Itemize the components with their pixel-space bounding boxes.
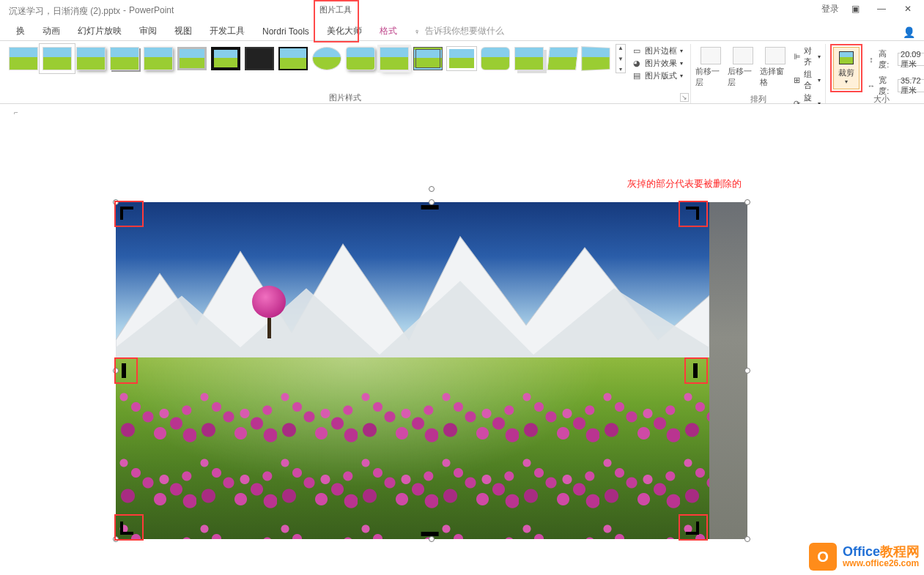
style-thumb[interactable] [413,47,443,70]
lightbulb-icon: ♀ [412,26,422,37]
selection-handle[interactable] [429,199,435,205]
group-arrange: 前移一层 后移一层 选择窗格 ⊫对齐▾ ⊞组合▾ ⟳旋转▾ 排列 [690,44,825,103]
title-bar: 沉迷学习，日渐消瘦 (2).pptx - PowerPoint 图片工具 登录 … [0,0,924,22]
tab-slideshow[interactable]: 幻灯片放映 [70,22,129,40]
selection-handle[interactable] [113,368,119,374]
picture-border-button[interactable]: ▭图片边框▾ [632,45,683,56]
ribbon: ▲▼▾ ▭图片边框▾ ◕图片效果▾ ▤图片版式▾ 图片样式 ↘ 前移一层 后移一… [0,41,924,104]
layout-icon: ▤ [632,71,642,81]
slide-canvas[interactable]: ⌐ 灰掉的部分代表要被删除的 [0,104,924,573]
height-icon: ↕ [867,54,876,64]
style-thumb[interactable] [346,47,375,70]
picture-effects-button[interactable]: ◕图片效果▾ [632,58,683,69]
selection-pane-button[interactable]: 选择窗格 [760,45,791,89]
style-thumb[interactable] [9,47,38,70]
crop-icon [839,51,854,64]
style-thumb[interactable] [245,47,274,70]
picture-layout-button[interactable]: ▤图片版式▾ [632,70,683,81]
gallery-expand-button[interactable]: ▲▼▾ [616,44,626,73]
contextual-tab-label: 图片工具 [314,0,358,19]
group-label: 大小 [873,94,890,105]
crop-handle-tl[interactable] [120,207,133,220]
style-thumb[interactable] [76,47,106,70]
group-label: 排列 [750,94,766,105]
annotation-text: 灰掉的部分代表要被删除的 [627,177,742,190]
close-icon[interactable]: ✕ [898,1,918,16]
style-thumb[interactable] [481,47,510,70]
ribbon-display-options-icon[interactable]: ▣ [845,1,865,16]
crop-handle-ml[interactable] [122,363,126,378]
window-title: 沉迷学习，日渐消瘦 (2).pptx - PowerPoint [0,5,174,18]
login-link[interactable]: 登录 [821,3,839,15]
selection-handle[interactable] [113,199,119,205]
minimize-icon[interactable]: — [871,1,892,16]
selection-handle[interactable] [744,199,750,205]
tab-animation[interactable]: 动画 [35,22,67,40]
rotation-handle[interactable] [429,186,435,192]
style-thumb[interactable] [447,47,476,70]
tab-review[interactable]: 审阅 [132,22,164,40]
send-backward-button[interactable]: 后移一层 [728,45,758,89]
group-label: 图片样式 [329,92,361,103]
style-thumb[interactable] [144,47,173,70]
tab-transition[interactable]: 换 [9,22,32,40]
selection-pane-icon [765,47,786,64]
style-thumb[interactable] [312,47,341,70]
style-thumb[interactable] [42,47,72,70]
group-size: 裁剪 ▾ ↕ 高度: 20.09 厘米▲▼ ↔ 宽度: 35.72 厘米▲▼ 大… [825,44,924,103]
watermark: O Office教程网 www.office26.com [809,543,920,571]
style-thumb[interactable] [380,47,409,70]
highlight-box-crop: 裁剪 ▾ [830,44,862,92]
selection-handle[interactable] [113,536,119,542]
crop-discard-region [706,202,747,539]
effects-icon: ◕ [632,59,642,69]
app-name: PowerPoint [129,5,174,18]
picture-content [116,202,709,539]
crop-button[interactable]: 裁剪 ▾ [833,47,860,89]
group-icon: ⊞ [794,75,801,85]
crop-handle-mb[interactable] [421,532,439,536]
crop-handle-tr[interactable] [686,207,699,220]
crop-handle-mr[interactable] [693,363,698,378]
selection-handle[interactable] [744,536,750,542]
align-icon: ⊫ [794,51,801,62]
crop-handle-mt[interactable] [421,205,439,209]
style-thumb[interactable] [581,46,610,71]
tab-beautify[interactable]: 美化大师 [319,22,369,40]
border-icon: ▭ [632,46,642,56]
style-thumb[interactable] [211,47,240,70]
style-thumb[interactable] [110,47,139,70]
style-thumb[interactable] [547,47,578,70]
ruler-mark: ⌐ [14,108,18,116]
tree-element [252,286,286,337]
align-button[interactable]: ⊫对齐▾ [794,45,821,67]
send-backward-icon [733,47,753,64]
bring-forward-icon [701,47,721,64]
style-thumb[interactable] [177,47,207,70]
width-input[interactable]: 35.72 厘米▲▼ [898,79,924,92]
ribbon-tabs: 换 动画 幻灯片放映 审阅 视图 开发工具 Nordri Tools 美化大师 … [0,22,924,41]
tab-format[interactable]: 格式 [372,22,404,40]
crop-handle-br[interactable] [686,522,699,535]
style-thumb[interactable] [514,47,544,70]
selection-handle[interactable] [744,368,750,374]
selection-handle[interactable] [429,536,435,542]
height-label: 高度: [879,48,895,70]
tab-developer[interactable]: 开发工具 [202,22,252,40]
watermark-icon: O [809,543,837,571]
tell-me-search[interactable]: ♀ 告诉我你想要做什么 [412,25,504,37]
group-button[interactable]: ⊞组合▾ [794,69,821,91]
crop-handle-bl[interactable] [120,522,133,535]
share-icon[interactable]: 👤 [903,26,915,38]
tab-view[interactable]: 视图 [167,22,199,40]
height-input[interactable]: 20.09 厘米▲▼ [898,53,924,66]
document-title: 沉迷学习，日渐消瘦 (2).pptx [9,5,120,18]
picture-style-gallery[interactable]: ▲▼▾ [4,44,626,73]
group-picture-styles: ▲▼▾ ▭图片边框▾ ◕图片效果▾ ▤图片版式▾ 图片样式 ↘ [0,44,690,103]
bring-forward-button[interactable]: 前移一层 [695,45,726,89]
style-thumb[interactable] [278,47,308,70]
selected-picture[interactable] [116,202,747,539]
width-icon: ↔ [867,81,876,91]
styles-dialog-launcher[interactable]: ↘ [680,93,689,102]
tab-nordri[interactable]: Nordri Tools [255,23,317,40]
